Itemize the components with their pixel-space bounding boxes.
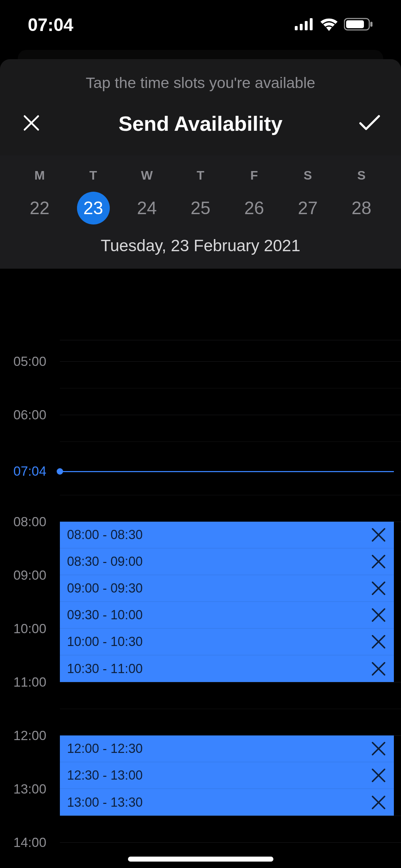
dow-row: M T W T F S S bbox=[0, 168, 401, 182]
remove-slot-button[interactable] bbox=[370, 607, 387, 623]
grid-line bbox=[60, 441, 401, 442]
grid-line bbox=[60, 816, 401, 816]
now-indicator bbox=[60, 471, 394, 472]
hour-06: 06:00 bbox=[0, 408, 57, 423]
svg-rect-1 bbox=[300, 24, 303, 30]
dow-label: F bbox=[227, 168, 281, 182]
dow-label: T bbox=[174, 168, 227, 182]
availability-block-morning: 08:00 - 08:30 08:30 - 09:00 09:00 - 09:3… bbox=[60, 522, 394, 682]
modal-title: Send Availability bbox=[119, 112, 283, 135]
week-strip: M T W T F S S 22 23 24 25 26 27 28 Tuesd… bbox=[0, 155, 401, 269]
remove-slot-button[interactable] bbox=[370, 767, 387, 784]
remove-slot-button[interactable] bbox=[370, 553, 387, 570]
grid-line bbox=[60, 709, 401, 709]
svg-rect-5 bbox=[346, 20, 364, 28]
sheet-underlap bbox=[18, 50, 383, 59]
hour-09: 09:00 bbox=[0, 568, 57, 583]
svg-rect-2 bbox=[305, 21, 308, 30]
slot-1030-1100[interactable]: 10:30 - 11:00 bbox=[60, 655, 394, 682]
slot-0830-0900[interactable]: 08:30 - 09:00 bbox=[60, 548, 394, 575]
slot-label: 12:00 - 12:30 bbox=[67, 741, 143, 756]
hour-05: 05:00 bbox=[0, 354, 57, 369]
remove-slot-button[interactable] bbox=[370, 740, 387, 757]
full-date-label: Tuesday, 23 February 2021 bbox=[0, 224, 401, 269]
slot-label: 08:30 - 09:00 bbox=[67, 554, 143, 569]
date-27[interactable]: 27 bbox=[281, 192, 335, 224]
slot-label: 10:30 - 11:00 bbox=[67, 661, 143, 676]
status-indicators bbox=[295, 17, 373, 32]
svg-rect-3 bbox=[310, 18, 313, 30]
slot-label: 10:00 - 10:30 bbox=[67, 634, 143, 649]
remove-slot-button[interactable] bbox=[370, 527, 387, 543]
wifi-icon bbox=[320, 17, 338, 32]
grid-line bbox=[60, 415, 401, 415]
hint-text: Tap the time slots you're available bbox=[0, 59, 401, 112]
grid-line bbox=[60, 340, 401, 340]
battery-icon bbox=[344, 17, 373, 32]
status-time: 07:04 bbox=[28, 15, 73, 35]
slot-0800-0830[interactable]: 08:00 - 08:30 bbox=[60, 522, 394, 548]
slot-label: 12:30 - 13:00 bbox=[67, 768, 143, 783]
dow-label: W bbox=[120, 168, 174, 182]
timeline-grid[interactable]: 08:00 - 08:30 08:30 - 09:00 09:00 - 09:3… bbox=[60, 269, 401, 868]
status-bar: 07:04 bbox=[0, 0, 401, 50]
slot-label: 09:00 - 09:30 bbox=[67, 581, 143, 596]
cellular-icon bbox=[295, 18, 314, 32]
slot-1300-1330[interactable]: 13:00 - 13:30 bbox=[60, 789, 394, 816]
date-28[interactable]: 28 bbox=[335, 192, 388, 224]
hour-11: 11:00 bbox=[0, 675, 57, 690]
slot-1200-1230[interactable]: 12:00 - 12:30 bbox=[60, 735, 394, 762]
hour-08: 08:00 bbox=[0, 515, 57, 529]
hour-13: 13:00 bbox=[0, 782, 57, 797]
confirm-button[interactable] bbox=[359, 113, 380, 134]
close-button[interactable] bbox=[21, 113, 42, 134]
modal-header: Send Availability bbox=[0, 112, 401, 155]
svg-rect-0 bbox=[295, 26, 298, 30]
checkmark-icon bbox=[359, 115, 380, 133]
remove-slot-button[interactable] bbox=[370, 580, 387, 596]
send-availability-sheet: Tap the time slots you're available Send… bbox=[0, 59, 401, 868]
grid-line bbox=[60, 842, 401, 843]
date-22[interactable]: 22 bbox=[13, 192, 66, 224]
now-time-label: 07:04 bbox=[0, 464, 57, 479]
hour-10: 10:00 bbox=[0, 621, 57, 636]
dates-row: 22 23 24 25 26 27 28 bbox=[0, 182, 401, 224]
slot-label: 08:00 - 08:30 bbox=[67, 527, 143, 542]
close-icon bbox=[22, 114, 40, 133]
dow-label: T bbox=[67, 168, 120, 182]
home-indicator[interactable] bbox=[128, 857, 273, 862]
grid-line bbox=[60, 361, 401, 362]
hour-gutter: 05:00 06:00 07:04 08:00 09:00 10:00 11:0… bbox=[0, 269, 60, 868]
grid-line bbox=[60, 388, 401, 388]
dow-label: S bbox=[335, 168, 388, 182]
dow-label: M bbox=[13, 168, 66, 182]
slot-label: 13:00 - 13:30 bbox=[67, 795, 143, 810]
hour-14: 14:00 bbox=[0, 835, 57, 850]
slot-0900-0930[interactable]: 09:00 - 09:30 bbox=[60, 575, 394, 602]
timeline[interactable]: 05:00 06:00 07:04 08:00 09:00 10:00 11:0… bbox=[0, 269, 401, 868]
dow-label: S bbox=[281, 168, 335, 182]
remove-slot-button[interactable] bbox=[370, 661, 387, 677]
slot-label: 09:30 - 10:00 bbox=[67, 608, 143, 622]
slot-1000-1030[interactable]: 10:00 - 10:30 bbox=[60, 629, 394, 655]
date-25[interactable]: 25 bbox=[174, 192, 227, 224]
slot-0930-1000[interactable]: 09:30 - 10:00 bbox=[60, 602, 394, 629]
grid-line bbox=[60, 682, 401, 682]
date-23[interactable]: 23 bbox=[67, 192, 120, 224]
slot-1230-1300[interactable]: 12:30 - 13:00 bbox=[60, 762, 394, 789]
now-dot-icon bbox=[57, 468, 63, 475]
date-24[interactable]: 24 bbox=[120, 192, 174, 224]
grid-line bbox=[60, 495, 401, 495]
remove-slot-button[interactable] bbox=[370, 794, 387, 811]
hour-12: 12:00 bbox=[0, 728, 57, 743]
availability-block-midday: 12:00 - 12:30 12:30 - 13:00 13:00 - 13:3… bbox=[60, 735, 394, 816]
remove-slot-button[interactable] bbox=[370, 634, 387, 650]
date-26[interactable]: 26 bbox=[227, 192, 281, 224]
svg-rect-6 bbox=[370, 22, 372, 27]
